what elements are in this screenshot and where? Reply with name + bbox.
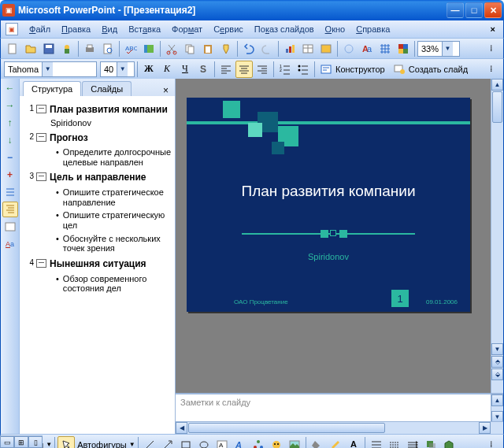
toolbar-options-icon[interactable]: ⁞ <box>483 61 500 78</box>
close-doc-button[interactable]: × <box>487 24 498 34</box>
vertical-scrollbar[interactable]: ▲ ▼ <box>491 394 503 423</box>
copy-icon[interactable] <box>181 40 198 57</box>
arrow-style-icon[interactable] <box>404 436 421 449</box>
redo-icon[interactable] <box>258 40 276 57</box>
picture-icon[interactable] <box>286 436 303 449</box>
menu-window[interactable]: Окно <box>321 23 350 35</box>
outline-bullet[interactable]: Обзор современного состояния дел <box>56 274 175 294</box>
outline-title[interactable]: Прогноз <box>50 132 175 145</box>
font-size-combo[interactable]: 40▼ <box>100 61 135 77</box>
oval-icon[interactable] <box>195 436 213 449</box>
minimize-button[interactable]: — <box>447 2 464 18</box>
shadow-style-icon[interactable] <box>422 436 439 449</box>
outline-bullet[interactable]: Определите долгосрочные целевые направле… <box>56 147 175 167</box>
outline-title[interactable]: План развития компании <box>50 104 175 117</box>
move-up-icon[interactable]: ↑ <box>2 115 18 131</box>
close-button[interactable]: ✕ <box>484 2 502 18</box>
align-center-icon[interactable] <box>235 61 253 78</box>
expand-all-icon[interactable] <box>2 202 18 217</box>
move-down-icon[interactable]: ↓ <box>2 132 18 148</box>
select-icon[interactable] <box>57 436 75 449</box>
line-color-icon[interactable] <box>327 436 344 449</box>
outline-subtitle[interactable]: Spiridonov <box>50 118 175 128</box>
collapse-all-icon[interactable] <box>2 184 18 200</box>
normal-view-icon[interactable]: ▭ <box>0 436 14 448</box>
textbox-icon[interactable]: A <box>213 436 231 449</box>
menu-tools[interactable]: Сервис <box>209 23 248 35</box>
underline-icon[interactable]: Ч <box>176 61 194 78</box>
outline-title[interactable]: Нынешняя ситуация <box>50 258 175 271</box>
numbering-icon[interactable]: 12 <box>276 61 294 78</box>
menu-edit[interactable]: Правка <box>57 23 95 35</box>
new-icon[interactable] <box>4 40 21 57</box>
slide-canvas[interactable]: План развития компании Spiridonov ОАО Пр… <box>176 79 503 393</box>
close-pane-icon[interactable]: × <box>160 85 172 96</box>
research-icon[interactable] <box>140 40 158 57</box>
sorter-view-icon[interactable]: ⊞ <box>14 436 28 448</box>
bold-icon[interactable]: Ж <box>140 61 158 78</box>
zoom-combo[interactable]: 33%▼ <box>417 41 460 57</box>
doc-icon[interactable]: ▣ <box>6 23 18 35</box>
menu-file[interactable]: Файл <box>24 23 55 35</box>
align-right-icon[interactable] <box>254 61 271 78</box>
tab-slides[interactable]: Слайды <box>82 81 132 96</box>
preview-icon[interactable] <box>99 40 117 57</box>
menu-help[interactable]: Справка <box>351 23 395 35</box>
horizontal-scrollbar[interactable]: ◀ ▶ <box>176 421 503 434</box>
save-icon[interactable] <box>40 40 57 57</box>
collapse-icon[interactable]: − <box>2 150 18 165</box>
table-icon[interactable] <box>299 40 317 57</box>
clipart-icon[interactable] <box>268 436 285 449</box>
spelling-icon[interactable]: ABC <box>122 40 139 57</box>
summary-slide-icon[interactable] <box>2 219 18 235</box>
color-icon[interactable] <box>395 40 412 57</box>
line-style-icon[interactable] <box>368 436 385 449</box>
fill-color-icon[interactable] <box>309 436 326 449</box>
promote-icon[interactable]: ← <box>2 80 18 96</box>
tab-structure[interactable]: Структура <box>23 81 81 96</box>
bullets-icon[interactable] <box>295 61 312 78</box>
grid-icon[interactable] <box>376 40 394 57</box>
show-formatting-icon[interactable]: Aa <box>358 40 376 57</box>
print-icon[interactable] <box>81 40 98 57</box>
cut-icon[interactable] <box>163 40 180 57</box>
outline-title[interactable]: Цель и направление <box>50 172 175 184</box>
chart-icon[interactable] <box>281 40 298 57</box>
font-color-icon[interactable]: A <box>345 436 362 449</box>
dash-style-icon[interactable] <box>386 436 403 449</box>
expand-icon[interactable]: + <box>2 167 18 183</box>
new-slide-label[interactable]: Создать слайд <box>409 65 468 74</box>
show-formatting-icon[interactable]: Aa <box>2 236 18 252</box>
outline-body[interactable]: 1План развития компании Spiridonov 2Прог… <box>20 96 175 434</box>
shadow-icon[interactable]: S <box>195 61 212 78</box>
paste-icon[interactable] <box>199 40 217 57</box>
permission-icon[interactable] <box>58 40 76 57</box>
demote-icon[interactable]: → <box>2 98 18 113</box>
designer-icon[interactable] <box>317 61 335 78</box>
hyperlink-icon[interactable] <box>340 40 358 57</box>
menu-format[interactable]: Формат <box>167 23 207 35</box>
menu-view[interactable]: Вид <box>97 23 122 35</box>
toolbar-options-icon[interactable]: ⁞ <box>483 40 500 57</box>
outline-bullet[interactable]: Обоснуйте с нескольких точек зрения <box>56 234 175 254</box>
font-combo[interactable]: Tahoma▼ <box>4 61 97 77</box>
undo-icon[interactable] <box>240 40 258 57</box>
outline-bullet[interactable]: Опишите стратегическое направление <box>56 187 175 207</box>
line-icon[interactable] <box>141 436 158 449</box>
wordart-icon[interactable]: A <box>232 436 249 449</box>
slide-title[interactable]: План развития компании <box>187 183 470 200</box>
slideshow-view-icon[interactable]: ▯ <box>28 436 43 448</box>
designer-label[interactable]: Конструктор <box>335 65 390 74</box>
tables-borders-icon[interactable] <box>317 40 335 57</box>
open-icon[interactable] <box>22 40 39 57</box>
diagram-icon[interactable] <box>250 436 267 449</box>
new-slide-icon[interactable] <box>391 61 408 78</box>
menu-insert[interactable]: Вставка <box>124 23 165 35</box>
maximize-button[interactable]: □ <box>465 2 483 18</box>
slide-author[interactable]: Spiridonov <box>187 252 470 261</box>
align-left-icon[interactable] <box>217 61 235 78</box>
italic-icon[interactable]: К <box>158 61 176 78</box>
slide[interactable]: План развития компании Spiridonov ОАО Пр… <box>187 98 470 312</box>
arrow-icon[interactable] <box>159 436 176 449</box>
format-painter-icon[interactable] <box>217 40 235 57</box>
